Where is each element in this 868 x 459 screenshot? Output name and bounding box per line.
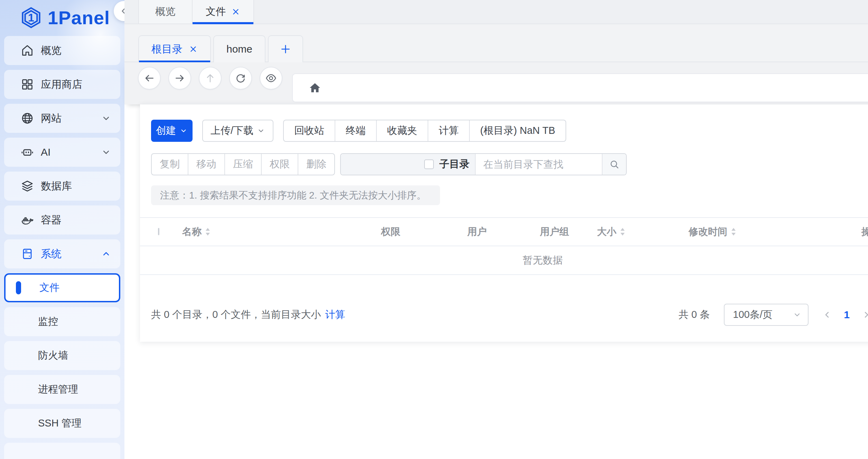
sidebar-item-appstore[interactable]: 应用商店 <box>4 70 120 99</box>
sidebar-item-label: 应用商店 <box>41 77 82 92</box>
arrow-left-icon <box>144 73 155 84</box>
forward-button[interactable] <box>168 67 191 90</box>
arrow-right-icon <box>174 73 185 84</box>
upload-download-button[interactable]: 上传/下载 <box>202 120 273 142</box>
sidebar-item-label: 系统 <box>41 247 62 261</box>
path-tab-root[interactable]: 根目录 <box>138 35 211 62</box>
tab-label: 概览 <box>156 5 176 19</box>
sidebar-item-partial[interactable] <box>4 443 120 459</box>
sidebar-subitem-monitor[interactable]: 监控 <box>4 307 120 336</box>
calculate-button[interactable]: 计算 <box>428 120 470 141</box>
sidebar-subitem-firewall[interactable]: 防火墙 <box>4 341 120 370</box>
chevron-down-icon <box>101 147 111 157</box>
sidebar-item-label: 数据库 <box>41 179 72 193</box>
sidebar-item-label: AI <box>41 146 50 158</box>
tab-overview[interactable]: 概览 <box>138 0 193 24</box>
eye-icon <box>265 72 277 84</box>
move-button[interactable]: 移动 <box>188 154 225 175</box>
sidebar-item-ai[interactable]: AI <box>4 138 120 167</box>
path-tab-home[interactable]: home <box>213 35 265 62</box>
refresh-button[interactable] <box>229 67 252 90</box>
up-button[interactable] <box>199 67 222 90</box>
search-input[interactable] <box>476 154 602 175</box>
back-button[interactable] <box>138 67 161 90</box>
subdirectory-checkbox[interactable] <box>424 159 434 169</box>
copy-button[interactable]: 复制 <box>152 154 188 175</box>
file-toolbar <box>124 62 868 104</box>
refresh-icon <box>235 73 246 84</box>
tab-files[interactable]: 文件 <box>193 0 254 24</box>
search-group: 子目录 <box>340 153 627 175</box>
sidebar-item-container[interactable]: 容器 <box>4 205 120 235</box>
sidebar: 1 1Panel 概览 应用商店 网站 <box>0 0 124 459</box>
close-icon[interactable] <box>189 45 198 54</box>
column-modified-time[interactable]: 修改时间 <box>689 225 861 238</box>
terminal-button[interactable]: 终端 <box>335 120 377 141</box>
breadcrumb[interactable] <box>292 73 868 102</box>
page-size-select[interactable]: 100条/页 <box>724 304 809 326</box>
root-size-button[interactable]: (根目录) NaN TB <box>470 120 566 141</box>
file-ops-group: 复制 移动 压缩 权限 删除 <box>151 153 335 175</box>
sidebar-subitem-label: 进程管理 <box>38 383 78 396</box>
empty-state-text: 暂无数据 <box>523 254 563 267</box>
add-tab-button[interactable] <box>268 35 303 62</box>
utility-button-group: 回收站 终端 收藏夹 计算 (根目录) NaN TB <box>283 120 566 142</box>
sidebar-subitem-label: 文件 <box>39 281 59 295</box>
calculate-size-link[interactable]: 计算 <box>325 308 345 322</box>
active-indicator <box>16 281 21 294</box>
delete-button[interactable]: 删除 <box>298 154 334 175</box>
subdirectory-label: 子目录 <box>439 157 469 171</box>
arrow-up-icon <box>205 73 216 84</box>
path-tab-label: home <box>226 43 252 55</box>
prev-page-button[interactable] <box>822 310 832 320</box>
preview-button[interactable] <box>260 67 282 90</box>
appstore-grid-icon <box>21 78 34 91</box>
sort-caret-icon[interactable] <box>731 227 736 236</box>
sidebar-menu: 概览 应用商店 网站 AI <box>0 35 124 459</box>
sidebar-item-system[interactable]: 系统 <box>4 239 120 268</box>
permission-button[interactable]: 权限 <box>262 154 298 175</box>
sidebar-item-database[interactable]: 数据库 <box>4 172 120 201</box>
sidebar-item-website[interactable]: 网站 <box>4 104 120 133</box>
column-actions: 操作 <box>861 225 868 238</box>
sidebar-item-overview[interactable]: 概览 <box>4 36 120 65</box>
sidebar-item-label: 网站 <box>41 111 62 126</box>
create-button[interactable]: 创建 <box>151 120 193 142</box>
compress-button[interactable]: 压缩 <box>225 154 262 175</box>
summary-text: 共 0 个目录，0 个文件，当前目录大小 <box>151 308 321 322</box>
search-button[interactable] <box>602 154 626 175</box>
column-name[interactable]: 名称 <box>182 225 381 238</box>
favorites-button[interactable]: 收藏夹 <box>377 120 428 141</box>
path-tab-label: 根目录 <box>151 42 183 56</box>
upload-download-label: 上传/下载 <box>211 124 253 138</box>
home-icon[interactable] <box>309 82 321 94</box>
pagination: 1 <box>822 309 868 321</box>
tab-label: 文件 <box>206 5 226 19</box>
column-user: 用户 <box>467 225 540 238</box>
table-header: 名称 权限 用户 用户组 大小 修改时间 操作 <box>140 217 868 246</box>
docker-whale-icon <box>21 213 34 227</box>
svg-text:1: 1 <box>28 11 34 24</box>
primary-actions-row: 创建 上传/下载 回收站 终端 收藏夹 计算 (根目录) NaN TB <box>151 120 868 142</box>
system-panel-icon <box>21 247 34 260</box>
select-all-checkbox[interactable] <box>158 228 159 235</box>
sort-caret-icon[interactable] <box>620 227 625 236</box>
search-scope: 子目录 <box>341 154 476 175</box>
logo: 1 1Panel <box>0 0 124 35</box>
sort-caret-icon[interactable] <box>205 227 211 236</box>
next-page-button[interactable] <box>861 310 868 320</box>
sidebar-subitem-process[interactable]: 进程管理 <box>4 375 120 404</box>
sidebar-item-label: 容器 <box>41 213 62 227</box>
sidebar-subitem-files[interactable]: 文件 <box>4 273 120 302</box>
brand-name: 1Panel <box>48 7 110 28</box>
column-size[interactable]: 大小 <box>597 225 689 238</box>
sidebar-item-label: 概览 <box>41 44 62 58</box>
page-number[interactable]: 1 <box>844 309 850 321</box>
recycle-bin-button[interactable]: 回收站 <box>284 120 335 141</box>
create-label: 创建 <box>156 124 176 138</box>
table-footer: 共 0 个目录，0 个文件，当前目录大小 计算 共 0 条 100条/页 1 <box>151 304 868 326</box>
sidebar-subitem-ssh[interactable]: SSH 管理 <box>4 409 120 438</box>
close-icon[interactable] <box>231 7 240 16</box>
path-tab-bar: 根目录 home <box>124 24 868 62</box>
search-icon <box>609 159 619 169</box>
